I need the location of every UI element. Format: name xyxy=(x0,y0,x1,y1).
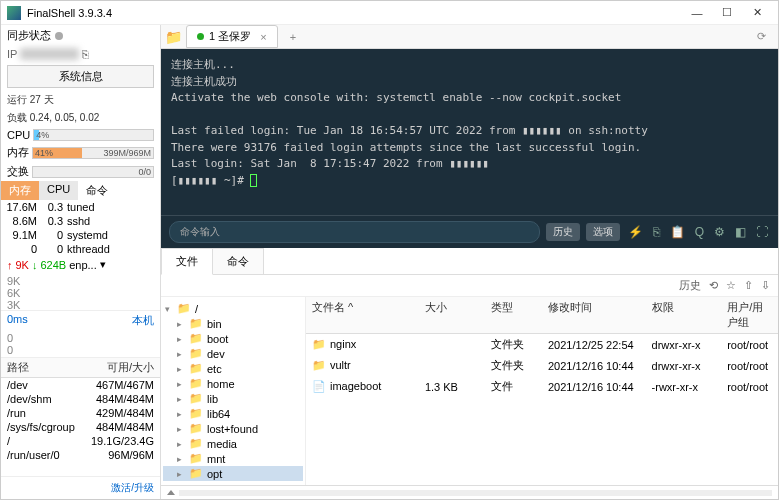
resource-tabs: 内存 CPU 命令 xyxy=(1,181,160,200)
paste-icon[interactable]: 📋 xyxy=(668,225,687,239)
file-row[interactable]: 📄imageboot1.3 KB文件2021/12/16 10:44-rwxr-… xyxy=(306,376,778,397)
download-icon[interactable]: ⇩ xyxy=(761,279,770,292)
file-pane: 文件 命令 历史 ⟲ ☆ ⇧ ⇩ ▾📁/▸📁bin▸📁boot▸📁dev▸📁et… xyxy=(161,248,778,499)
new-tab-button[interactable]: + xyxy=(282,28,304,46)
chevron-down-icon: ▾ xyxy=(100,258,106,271)
tab-commands[interactable]: 命令 xyxy=(212,248,264,274)
bolt-icon[interactable]: ⚡ xyxy=(626,225,645,239)
command-bar: 命令输入 历史 选项 ⚡ ⎘ 📋 Q ⚙ ◧ ⛶ xyxy=(161,215,778,248)
copy-icon[interactable]: ⎘ xyxy=(651,225,662,239)
disk-row[interactable]: /run/user/096M/96M xyxy=(1,448,160,462)
tabbar: 📁 1 圣保罗 × + ⟳ xyxy=(161,25,778,49)
col-perm[interactable]: 权限 xyxy=(646,297,722,333)
tree-node[interactable]: ▸📁bin xyxy=(163,316,303,331)
tree-node[interactable]: ▾📁/ xyxy=(163,301,303,316)
file-row[interactable]: 📁vultr文件夹2021/12/16 10:44drwxr-xr-xroot/… xyxy=(306,355,778,376)
process-row[interactable]: 8.6M0.3sshd xyxy=(1,214,160,228)
mem-bar: 41%399M/969M xyxy=(32,147,154,159)
tree-node[interactable]: ▸📁mnt xyxy=(163,451,303,466)
gear-icon[interactable]: ⚙ xyxy=(712,225,727,239)
sort-icon: ^ xyxy=(348,301,353,313)
refresh-icon[interactable]: ⟲ xyxy=(709,279,718,292)
triangle-up-icon xyxy=(167,490,175,495)
swap-bar: 0/0 xyxy=(32,166,154,178)
net-graph: 9K 6K 3K xyxy=(1,273,160,311)
tree-node[interactable]: ▸📁lib xyxy=(163,391,303,406)
close-button[interactable]: ✕ xyxy=(742,2,772,24)
status-dot-icon xyxy=(197,33,204,40)
process-list: 17.6M0.3tuned8.6M0.3sshd9.1M0systemd00kt… xyxy=(1,200,160,256)
down-arrow-icon: ↓ xyxy=(32,259,38,271)
load: 负载 0.24, 0.05, 0.02 xyxy=(1,109,160,127)
disk-row[interactable]: /19.1G/23.4G xyxy=(1,434,160,448)
options-button[interactable]: 选项 xyxy=(586,223,620,241)
fullscreen-icon[interactable]: ⛶ xyxy=(754,225,770,239)
col-name[interactable]: 文件名 ^ xyxy=(306,297,419,333)
col-type[interactable]: 类型 xyxy=(485,297,542,333)
folder-icon[interactable]: 📁 xyxy=(165,29,182,45)
history-link[interactable]: 历史 xyxy=(679,278,701,293)
command-input[interactable]: 命令输入 xyxy=(169,221,540,243)
tree-node[interactable]: ▸📁dev xyxy=(163,346,303,361)
disk-row[interactable]: /sys/fs/cgroup484M/484M xyxy=(1,420,160,434)
cpu-label: CPU xyxy=(7,129,30,141)
sync-dot-icon xyxy=(55,32,63,40)
tree-node[interactable]: ▸📁opt xyxy=(163,466,303,481)
tab-files[interactable]: 文件 xyxy=(161,248,213,275)
session-tab[interactable]: 1 圣保罗 × xyxy=(186,25,278,48)
file-row[interactable]: 📁nginx文件夹2021/12/25 22:54drwxr-xr-xroot/… xyxy=(306,334,778,355)
net-line[interactable]: ↑9K ↓624B enp... ▾ xyxy=(1,256,160,273)
tree-node[interactable]: ▸📁lost+found xyxy=(163,421,303,436)
history-button[interactable]: 历史 xyxy=(546,223,580,241)
bookmark-icon[interactable]: ☆ xyxy=(726,279,736,292)
tree-node[interactable]: ▸📁boot xyxy=(163,331,303,346)
ip-value: 000.000.0.0 xyxy=(20,48,78,60)
swap-label: 交换 xyxy=(7,164,29,179)
activate-link[interactable]: 激活/升级 xyxy=(1,476,160,499)
refresh-icon[interactable]: ⟳ xyxy=(749,27,774,46)
file-toolbar: 历史 ⟲ ☆ ⇧ ⇩ xyxy=(161,275,778,297)
terminal[interactable]: 连接主机... 连接主机成功 Activate the web console … xyxy=(161,49,778,215)
disk-paths: 路径可用/大小 /dev467M/467M/dev/shm484M/484M/r… xyxy=(1,358,160,462)
sync-status: 同步状态 xyxy=(1,25,160,46)
file-list[interactable]: 文件名 ^ 大小 类型 修改时间 权限 用户/用户组 📁nginx文件夹2021… xyxy=(306,297,778,485)
expand-icon[interactable]: ◧ xyxy=(733,225,748,239)
cpu-bar: 4% xyxy=(33,129,154,141)
titlebar: FinalShell 3.9.3.4 — ☐ ✕ xyxy=(1,1,778,25)
ip-line: IP 000.000.0.0 ⎘ xyxy=(1,46,160,62)
tab-cpu[interactable]: CPU xyxy=(39,181,78,200)
tab-cmd[interactable]: 命令 xyxy=(78,181,116,200)
uptime: 运行 27 天 xyxy=(1,91,160,109)
process-row[interactable]: 17.6M0.3tuned xyxy=(1,200,160,214)
tree-node[interactable]: ▸📁etc xyxy=(163,361,303,376)
process-row[interactable]: 9.1M0systemd xyxy=(1,228,160,242)
disk-row[interactable]: /dev467M/467M xyxy=(1,378,160,392)
maximize-button[interactable]: ☐ xyxy=(712,2,742,24)
disk-row[interactable]: /dev/shm484M/484M xyxy=(1,392,160,406)
ping-header: 0ms 本机 xyxy=(1,311,160,330)
sidebar: 同步状态 IP 000.000.0.0 ⎘ 系统信息 运行 27 天 负载 0.… xyxy=(1,25,161,499)
mem-label: 内存 xyxy=(7,145,29,160)
col-owner[interactable]: 用户/用户组 xyxy=(721,297,778,333)
folder-tree[interactable]: ▾📁/▸📁bin▸📁boot▸📁dev▸📁etc▸📁home▸📁lib▸📁lib… xyxy=(161,297,306,485)
minimize-button[interactable]: — xyxy=(682,2,712,24)
ping-graph: 0 0 xyxy=(1,330,160,358)
search-icon[interactable]: Q xyxy=(693,225,706,239)
process-row[interactable]: 00kthreadd xyxy=(1,242,160,256)
upload-icon[interactable]: ⇧ xyxy=(744,279,753,292)
download-bar[interactable] xyxy=(161,485,778,499)
tree-node[interactable]: ▸📁media xyxy=(163,436,303,451)
tab-mem[interactable]: 内存 xyxy=(1,181,39,200)
tree-node[interactable]: ▸📁home xyxy=(163,376,303,391)
col-mtime[interactable]: 修改时间 xyxy=(542,297,646,333)
app-title: FinalShell 3.9.3.4 xyxy=(27,7,682,19)
tree-node[interactable]: ▸📁lib64 xyxy=(163,406,303,421)
app-icon xyxy=(7,6,21,20)
tab-close-icon[interactable]: × xyxy=(260,31,266,43)
up-arrow-icon: ↑ xyxy=(7,259,13,271)
disk-row[interactable]: /run429M/484M xyxy=(1,406,160,420)
col-size[interactable]: 大小 xyxy=(419,297,485,333)
system-info-button[interactable]: 系统信息 xyxy=(7,65,154,88)
copy-icon[interactable]: ⎘ xyxy=(82,48,89,60)
